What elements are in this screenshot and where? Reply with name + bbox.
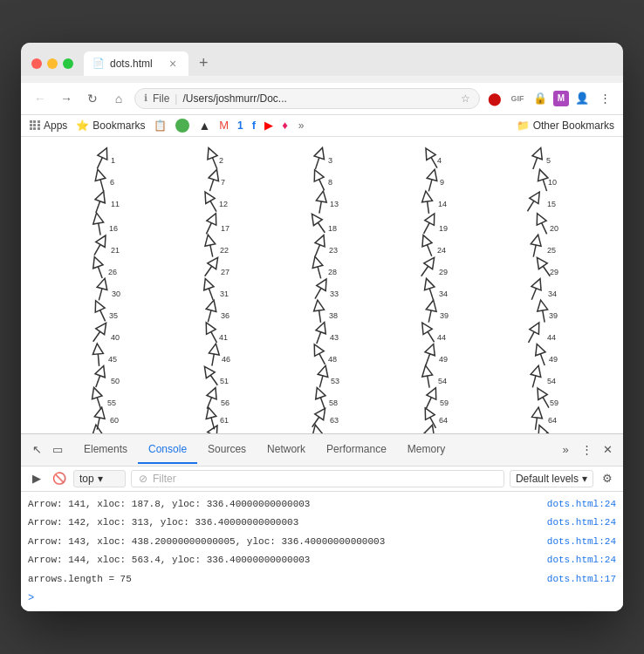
console-line-source[interactable]: dots.html:24 [547, 515, 616, 530]
home-button[interactable]: ⌂ [108, 88, 129, 109]
nav-bar: ← → ↻ ⌂ ℹ File | /Users/joshmurr/Doc... … [21, 83, 623, 115]
svg-text:39: 39 [440, 311, 449, 320]
svg-line-70 [211, 331, 217, 342]
devtools-more-button[interactable]: ⋮ [578, 441, 595, 459]
devtools-select-icon[interactable]: ↖ [28, 441, 45, 459]
tab-sources[interactable]: Sources [197, 436, 257, 464]
gif-icon[interactable]: GIF [508, 89, 527, 108]
bookmark-icon-1[interactable]: 📋 [154, 119, 167, 132]
console-line-source[interactable]: dots.html:24 [547, 497, 616, 512]
apps-label: Apps [44, 119, 67, 132]
close-button[interactable] [31, 58, 42, 69]
svg-marker-90 [314, 146, 327, 159]
bookmark-1[interactable]: 1 [237, 119, 243, 132]
console-execute-button[interactable]: ▶ [28, 470, 45, 487]
back-button[interactable]: ← [30, 88, 51, 109]
svg-marker-78 [207, 385, 221, 399]
console-filter-input[interactable]: ⊘ Filter [131, 470, 504, 487]
arrows-visualization: 1 6 11 16 21 26 30 35 40 45 50 [21, 137, 623, 433]
svg-line-154 [429, 289, 433, 300]
svg-text:28: 28 [328, 268, 337, 276]
console-line-source[interactable]: dots.html:24 [547, 553, 616, 568]
bookmark-yt[interactable]: ▶ [264, 119, 273, 132]
svg-text:11: 11 [111, 200, 120, 208]
more-options-icon[interactable]: ⋮ [595, 89, 614, 108]
forward-button[interactable]: → [56, 88, 77, 109]
bookmark-1-icon: 1 [237, 119, 243, 132]
tab-console[interactable]: Console [138, 436, 197, 464]
prompt-symbol: > [28, 592, 34, 604]
console-clear-button[interactable]: 🚫 [51, 470, 68, 487]
svg-line-109 [315, 288, 321, 298]
console-toolbar: ▶ 🚫 top ▾ ⊘ Filter Default levels ▾ ⚙ [21, 467, 623, 492]
context-label: top [79, 473, 94, 485]
new-tab-button[interactable]: + [192, 52, 216, 74]
svg-marker-63 [201, 276, 214, 290]
bookmark-red[interactable]: ♦ [282, 119, 288, 132]
shield-icon[interactable]: 🔒 [531, 89, 550, 108]
minimize-button[interactable] [47, 58, 58, 69]
svg-line-139 [428, 180, 432, 192]
svg-marker-129 [310, 424, 322, 433]
bookmark-star-icon[interactable]: ☆ [461, 92, 470, 105]
svg-line-19 [99, 289, 102, 301]
tab-close-button[interactable]: × [166, 57, 180, 71]
bookmarks-bookmark[interactable]: ⭐ Bookmarks [76, 119, 145, 132]
info-icon: ℹ [144, 92, 147, 104]
bookmark-fb[interactable]: f [252, 119, 256, 132]
tab-elements[interactable]: Elements [73, 436, 138, 464]
gdrive-icon: ▲ [198, 119, 210, 133]
console-line-source[interactable]: dots.html:17 [547, 572, 616, 587]
svg-line-214 [543, 397, 549, 407]
svg-marker-48 [209, 167, 222, 181]
console-line: Arrow: 141, xloc: 187.8, yloc: 336.40000… [21, 495, 623, 514]
traffic-lights [31, 58, 73, 69]
console-prompt[interactable]: > [21, 589, 623, 608]
svg-marker-99 [307, 211, 322, 226]
tab-memory[interactable]: Memory [397, 436, 456, 464]
bookmark-icon-grey: 📋 [154, 119, 167, 132]
bookmark-gmail[interactable]: M [219, 119, 229, 132]
devtools-overflow-button[interactable]: » [557, 441, 574, 459]
console-context-selector[interactable]: top ▾ [73, 470, 126, 487]
svg-text:46: 46 [222, 355, 230, 364]
console-line-source[interactable]: dots.html:24 [547, 535, 616, 549]
bookmark-gdrive[interactable]: ▲ [198, 119, 210, 133]
console-settings-button[interactable]: ⚙ [599, 470, 616, 487]
yt-icon: ▶ [264, 119, 273, 132]
svg-marker-189 [532, 211, 546, 225]
bookmarks-overflow-button[interactable]: » [298, 119, 305, 132]
address-bar[interactable]: ℹ File | /Users/joshmurr/Doc... ☆ [134, 88, 480, 109]
devtools-close-button[interactable]: ✕ [599, 441, 616, 459]
svg-text:36: 36 [221, 311, 230, 320]
svg-text:55: 55 [107, 399, 116, 407]
svg-marker-198 [531, 276, 545, 290]
svg-text:61: 61 [220, 416, 229, 425]
maximize-button[interactable] [63, 58, 73, 69]
svg-line-67 [208, 310, 211, 323]
apps-bookmark[interactable]: Apps [30, 119, 67, 132]
devtools-mobile-icon[interactable]: ▭ [49, 441, 66, 459]
user-icon[interactable]: 👤 [572, 89, 592, 108]
reload-button[interactable]: ↻ [82, 88, 103, 109]
active-tab[interactable]: 📄 dots.html × [84, 51, 188, 76]
bookmark-red-icon: ♦ [282, 119, 288, 132]
other-bookmarks[interactable]: 📁 Other Bookmarks [517, 119, 614, 132]
console-levels-dropdown[interactable]: Default levels ▾ [510, 470, 593, 487]
svg-text:51: 51 [220, 377, 229, 385]
svg-text:53: 53 [331, 377, 339, 385]
arrow-column-2: 2 7 12 17 22 27 31 36 41 46 51 [200, 146, 230, 433]
opera-icon[interactable]: ⬤ [485, 89, 504, 108]
svg-text:12: 12 [219, 200, 228, 208]
bookmark-icon-2[interactable] [175, 119, 189, 133]
m-extension-icon[interactable]: M [553, 91, 569, 106]
svg-line-55 [206, 222, 211, 234]
tab-bar: 📄 dots.html × + [84, 51, 613, 76]
svg-marker-54 [207, 211, 221, 225]
address-path: /Users/joshmurr/Doc... [182, 92, 456, 105]
tab-network[interactable]: Network [257, 436, 316, 464]
tab-performance[interactable]: Performance [316, 436, 397, 464]
svg-line-112 [319, 310, 321, 323]
svg-text:54: 54 [438, 377, 447, 385]
svg-text:21: 21 [111, 246, 120, 255]
